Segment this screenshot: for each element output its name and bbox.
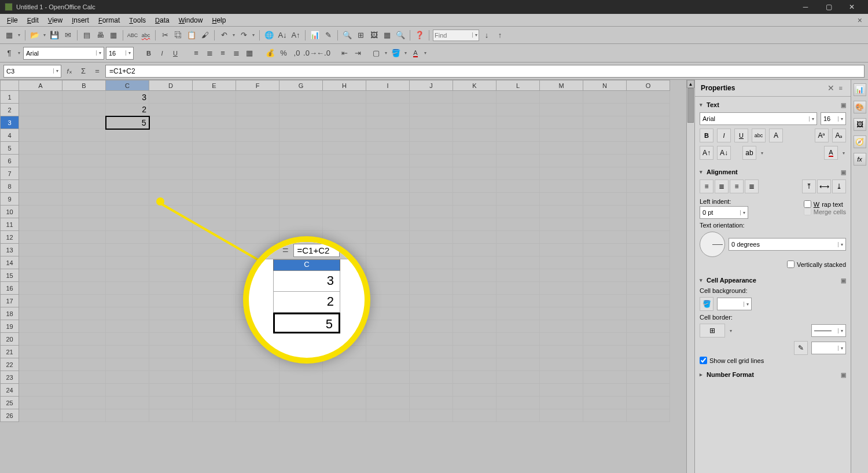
cell-D15[interactable] [149,269,193,282]
cell-A25[interactable] [19,397,62,409]
side-navigator-icon[interactable]: 🧭 [854,135,866,148]
cell-F6[interactable] [236,155,279,167]
cell-I20[interactable] [366,333,410,346]
cell-H11[interactable] [323,218,366,231]
cell-I2[interactable] [366,104,410,116]
cell-E3[interactable] [193,116,236,129]
show-gridlines-checkbox[interactable]: Show cell grid lines [700,357,846,364]
menu-insert[interactable]: Insert [67,15,94,25]
cell-L17[interactable] [496,295,540,307]
cell-J5[interactable] [410,142,453,155]
cell-O1[interactable] [627,91,670,104]
alignment-more-icon[interactable]: ▣ [841,169,846,175]
side-gallery-icon[interactable]: 🖼 [854,118,866,131]
vertically-stacked-checkbox[interactable]: Vertically stacked [787,261,846,268]
cell-B15[interactable] [62,269,106,282]
open-icon[interactable]: 📂 [29,30,41,41]
cell-O9[interactable] [627,193,670,206]
cell-B7[interactable] [62,167,106,180]
text-more-icon[interactable]: ▣ [841,102,846,108]
print-preview-icon[interactable]: ▦ [108,30,119,41]
cell-B2[interactable] [62,104,106,116]
cell-L11[interactable] [496,218,540,231]
format-paintbrush-icon[interactable]: 🖌 [199,30,211,41]
cell-D12[interactable] [149,231,193,244]
row-header-12[interactable]: 12 [1,231,19,244]
cell-J13[interactable] [410,244,453,256]
cell-D9[interactable] [149,193,193,206]
props-valign-bottom-icon[interactable]: ⤓ [832,179,846,193]
cell-J21[interactable] [410,346,453,358]
cell-A22[interactable] [19,358,62,371]
cell-N20[interactable] [583,333,627,346]
row-header-9[interactable]: 9 [1,193,19,206]
cell-K25[interactable] [453,397,496,409]
cell-H23[interactable] [323,371,366,384]
cell-C25[interactable] [106,397,149,409]
cell-J25[interactable] [410,397,453,409]
cell-K16[interactable] [453,282,496,295]
cell-I17[interactable] [366,295,410,307]
cell-L14[interactable] [496,256,540,269]
section-alignment-header[interactable]: ▾ Alignment ▣ [700,166,846,178]
styles-icon[interactable]: ¶ [3,47,15,59]
col-header-K[interactable]: K [453,80,496,91]
cell-O13[interactable] [627,244,670,256]
left-indent-spinner[interactable]: 0 pt ▾ [700,206,748,219]
cell-C26[interactable] [106,409,149,422]
row-header-5[interactable]: 5 [1,142,19,155]
cell-D11[interactable] [149,218,193,231]
cell-J6[interactable] [410,155,453,167]
cell-C8[interactable] [106,180,149,193]
underline-button[interactable]: U [170,47,181,59]
props-italic-button[interactable]: I [717,129,731,142]
col-header-O[interactable]: O [627,80,670,91]
cell-O19[interactable] [627,320,670,333]
cell-B25[interactable] [62,397,106,409]
cell-D10[interactable] [149,206,193,218]
cell-L3[interactable] [496,116,540,129]
datasources-icon[interactable]: ▦ [381,30,393,41]
cell-N26[interactable] [583,409,627,422]
cell-A16[interactable] [19,282,62,295]
find-combobox[interactable]: Find▾ [433,30,479,41]
row-header-8[interactable]: 8 [1,180,19,193]
cell-J4[interactable] [410,129,453,142]
sort-asc-icon[interactable]: A↓ [277,30,288,41]
cell-L23[interactable] [496,371,540,384]
cell-K21[interactable] [453,346,496,358]
cell-N16[interactable] [583,282,627,295]
cell-K3[interactable] [453,116,496,129]
cell-K10[interactable] [453,206,496,218]
cell-G25[interactable] [279,397,323,409]
cell-I14[interactable] [366,256,410,269]
section-number-header[interactable]: ▸ Number Format ▣ [700,369,846,380]
cell-M13[interactable] [540,244,583,256]
cell-J9[interactable] [410,193,453,206]
cell-D24[interactable] [149,384,193,397]
function-icon[interactable]: = [91,65,103,77]
cell-H25[interactable] [323,397,366,409]
cell-N14[interactable] [583,256,627,269]
cell-I4[interactable] [366,129,410,142]
cell-C13[interactable] [106,244,149,256]
cell-C12[interactable] [106,231,149,244]
cell-N24[interactable] [583,384,627,397]
section-text-header[interactable]: ▾ Text ▣ [700,99,846,111]
props-decrease-font-button[interactable]: A↓ [717,146,731,160]
orientation-degrees-combo[interactable]: 0 degrees▾ [729,238,846,251]
cell-G6[interactable] [279,155,323,167]
cell-N2[interactable] [583,104,627,116]
cell-I12[interactable] [366,231,410,244]
cell-D14[interactable] [149,256,193,269]
cell-F12[interactable] [236,231,279,244]
cell-A12[interactable] [19,231,62,244]
cell-C18[interactable] [106,307,149,320]
col-header-J[interactable]: J [410,80,453,91]
cell-L7[interactable] [496,167,540,180]
cell-A9[interactable] [19,193,62,206]
cell-O3[interactable] [627,116,670,129]
cell-G5[interactable] [279,142,323,155]
props-font-color-button[interactable]: A [824,146,838,160]
cell-I11[interactable] [366,218,410,231]
